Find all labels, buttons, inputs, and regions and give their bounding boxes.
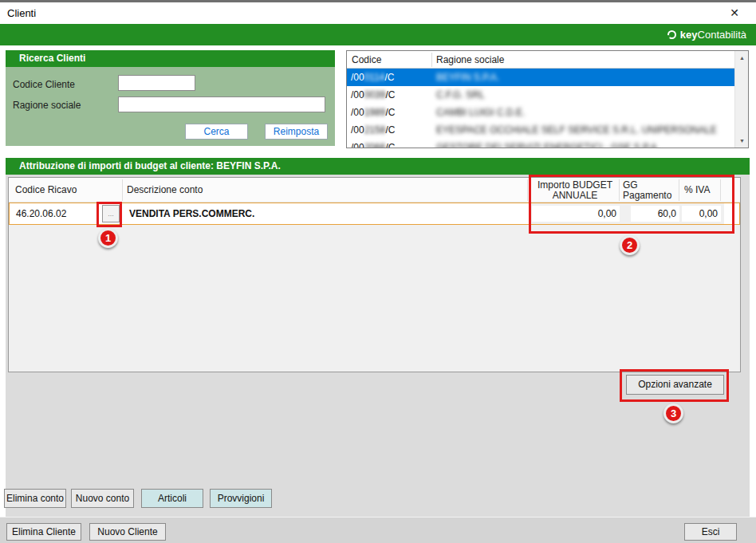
client-code: /002158/C: [351, 121, 395, 139]
column-descrizione-conto[interactable]: Descrizione conto: [127, 178, 203, 203]
client-row[interactable]: /002066/C GESTORE DEI SERVIZI ENERGETICI…: [347, 139, 735, 148]
client-name: EYESPACE OCCHIALE SELF SERVICE S.R.L. UN…: [436, 121, 717, 139]
client-row-selected[interactable]: /000114/C BEYFIN S.P.A.: [347, 69, 735, 86]
provvigioni-button[interactable]: Provvigioni: [210, 489, 272, 508]
window-title: Clienti: [7, 2, 36, 24]
client-row[interactable]: /002158/C EYESPACE OCCHIALE SELF SERVICE…: [347, 121, 735, 139]
app-header-bar: keyContabilità: [0, 24, 756, 45]
brand-name-bold: key: [680, 29, 698, 41]
title-bar: Clienti ✕: [0, 2, 756, 24]
client-code: /001989/C: [351, 104, 395, 121]
brand-name-regular: Contabilità: [698, 29, 746, 41]
keycontabilita-logo-icon: [667, 30, 676, 39]
reimposta-button[interactable]: Reimposta: [265, 124, 328, 140]
descrizione-conto-value: VENDITA PERS.COMMERC.: [129, 203, 254, 224]
client-name: GESTORE DEI SERVIZI ENERGETICI - GSE S.P…: [436, 139, 660, 148]
cerca-button[interactable]: Cerca: [185, 124, 248, 140]
client-row[interactable]: /000039/C C.F.G. SRL: [347, 86, 735, 104]
elimina-cliente-button[interactable]: Elimina Cliente: [6, 523, 81, 541]
scroll-up-icon[interactable]: ▲: [735, 51, 749, 65]
codice-cliente-input[interactable]: [118, 75, 195, 91]
codice-ricavo-value: 46.20.06.02: [16, 203, 66, 224]
client-name: CAMBI LUIGI C.D.E.: [436, 104, 525, 121]
footer-bar: Elimina Cliente Nuovo Cliente Esci: [0, 517, 756, 543]
client-code: /000114/C: [351, 69, 395, 86]
column-codice[interactable]: Codice: [352, 51, 381, 69]
client-name: C.F.G. SRL: [436, 86, 485, 104]
brand-logo: keyContabilità: [667, 24, 746, 45]
column-codice-ricavo[interactable]: Codice Ricavo: [15, 178, 77, 203]
client-code: /002066/C: [351, 139, 395, 148]
client-list-header: Codice Ragione sociale: [347, 51, 748, 69]
client-code: /000039/C: [351, 86, 395, 104]
annotation-rect-browse: [96, 202, 122, 227]
search-panel-title: Ricerca Clienti: [6, 50, 335, 67]
close-icon[interactable]: ✕: [723, 2, 746, 24]
client-row[interactable]: /001989/C CAMBI LUIGI C.D.E.: [347, 104, 735, 121]
annotation-rect-budget-columns: [529, 175, 734, 234]
annotation-rect-opzioni: [620, 369, 729, 402]
ragione-sociale-input[interactable]: [118, 96, 325, 112]
client-list: Codice Ragione sociale /000114/C BEYFIN …: [346, 50, 749, 148]
elimina-conto-button[interactable]: Elimina conto: [4, 489, 66, 508]
codice-cliente-label: Codice Cliente: [13, 79, 75, 90]
scroll-down-icon[interactable]: ▼: [735, 134, 749, 148]
esci-button[interactable]: Esci: [684, 523, 737, 541]
annotation-badge-2: 2: [620, 235, 640, 255]
column-ragione-sociale[interactable]: Ragione sociale: [436, 51, 504, 69]
column-divider: [431, 53, 432, 67]
nuovo-conto-button[interactable]: Nuovo conto: [71, 489, 134, 508]
budget-section-title: Attribuzione di importi di budget al cli…: [6, 158, 750, 175]
nuovo-cliente-button[interactable]: Nuovo Cliente: [89, 523, 166, 541]
client-list-scrollbar[interactable]: ▲ ▼: [734, 51, 748, 148]
search-panel: Ricerca Clienti Codice Cliente Ragione s…: [6, 50, 335, 146]
ragione-sociale-label: Ragione sociale: [13, 100, 81, 111]
articoli-button[interactable]: Articoli: [141, 489, 203, 508]
annotation-badge-1: 1: [98, 228, 118, 248]
annotation-badge-3: 3: [663, 403, 683, 423]
client-name: BEYFIN S.P.A.: [436, 69, 499, 86]
